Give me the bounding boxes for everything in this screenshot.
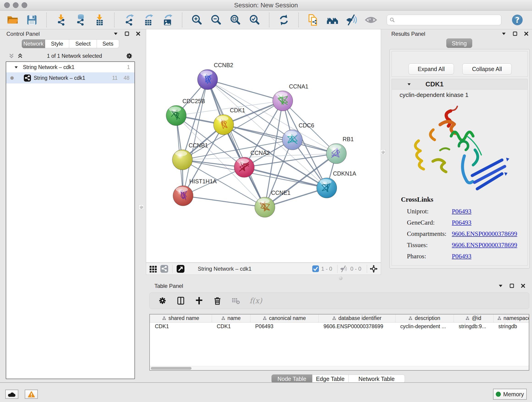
network-node-CCNA1[interactable]: CCNA1 [273, 83, 308, 111]
home-icon[interactable] [326, 13, 339, 27]
save-session-icon[interactable] [25, 13, 38, 27]
table-settings-gear-icon[interactable] [158, 296, 167, 305]
collapse-all-button[interactable]: Collapse All [462, 64, 512, 75]
table-splitter-handle[interactable] [339, 276, 342, 280]
delete-table-icon[interactable] [231, 296, 240, 305]
collection-count: 1 [127, 64, 130, 70]
network-node-CCNA2[interactable]: CCNA2 [234, 150, 270, 177]
birds-eye-view-icon[interactable] [369, 264, 378, 273]
crosslink-link[interactable]: 9606.ENSP00000378699 [452, 230, 517, 237]
help-button[interactable]: ? [511, 14, 523, 26]
zoom-selected-icon[interactable] [248, 13, 261, 27]
table-horizontal-scrollbar[interactable] [150, 366, 529, 370]
export-image-icon[interactable] [161, 13, 174, 27]
network-collection-row[interactable]: String Network – cdk1 1 [6, 62, 134, 72]
results-panel-close-icon[interactable] [524, 31, 529, 36]
node-label: CDC6 [298, 122, 314, 128]
control-panel-close-icon[interactable] [136, 31, 141, 36]
table-panel-menu-caret-icon[interactable] [498, 283, 503, 288]
control-panel-menu-caret-icon[interactable] [113, 31, 118, 36]
results-panel-float-icon[interactable] [513, 31, 518, 36]
right-splitter-handle[interactable] [380, 150, 385, 154]
open-session-icon[interactable] [6, 13, 19, 27]
add-column-icon[interactable] [195, 296, 204, 305]
delete-column-icon[interactable] [213, 296, 222, 305]
import-table-icon[interactable] [93, 13, 106, 27]
collection-caret-icon[interactable] [14, 65, 18, 70]
tab-style[interactable]: Style [45, 39, 69, 48]
memory-button[interactable]: Memory [493, 389, 527, 400]
control-panel-tabs: Network Style Select Sets [22, 39, 119, 48]
network-node-CDC25B[interactable]: CDC25B [166, 98, 205, 126]
tab-network-table[interactable]: Network Table [348, 375, 405, 383]
network-node-HIST1H1A[interactable]: HIST1H1A [173, 178, 217, 206]
hide-selected-icon[interactable] [345, 13, 358, 27]
expand-all-button[interactable]: Expand All [409, 64, 454, 75]
gene-section-header[interactable]: CDK1 [392, 79, 527, 89]
left-splitter-handle[interactable] [139, 205, 144, 210]
column-header-canonical-name[interactable]: canonical name [250, 314, 318, 322]
node-label: CCNB1 [189, 142, 208, 148]
tab-node-table[interactable]: Node Table [272, 375, 312, 383]
network-node-CCNE1[interactable]: CCNE1 [255, 190, 291, 217]
hidden-count: 0 - 0 [350, 266, 361, 272]
column-header-database-identifier[interactable]: database identifier [318, 314, 395, 322]
tab-network[interactable]: Network [22, 39, 45, 48]
cloud-button[interactable] [5, 390, 18, 399]
column-header--id[interactable]: @id [454, 314, 493, 322]
expand-all-networks-icon[interactable] [17, 53, 23, 59]
toggle-column-display-icon[interactable] [176, 296, 185, 305]
column-header-description[interactable]: description [395, 314, 454, 322]
selected-nodes-checkbox-icon[interactable] [312, 265, 319, 272]
refresh-icon[interactable] [277, 13, 291, 27]
tab-select[interactable]: Select [69, 39, 97, 48]
crosslink-row: Uniprot:P06493 [407, 206, 527, 217]
zoom-out-icon[interactable] [209, 13, 223, 27]
warnings-button[interactable] [25, 390, 38, 399]
column-header-namespace[interactable]: namespace [493, 314, 529, 322]
network-options-gear-icon[interactable] [126, 52, 133, 59]
network-svg: CCNB2CCNA1CDC25BCDK1CDC6RB1CCNB1CCNA2CDK… [146, 29, 381, 262]
zoom-in-icon[interactable] [190, 13, 203, 27]
export-table-icon[interactable] [142, 13, 155, 27]
results-panel-menu-caret-icon[interactable] [501, 31, 506, 36]
import-network-icon[interactable] [55, 13, 68, 27]
toolbar-icons [6, 13, 378, 27]
import-network-database-icon[interactable] [74, 13, 87, 27]
network-node-CDKN1A[interactable]: CDKN1A [317, 170, 356, 198]
open-view-in-window-icon[interactable] [176, 264, 185, 273]
search-input[interactable] [387, 15, 501, 25]
tab-string-results[interactable]: String [446, 38, 472, 48]
grid-view-icon[interactable] [149, 264, 158, 273]
control-panel-float-icon[interactable] [124, 31, 129, 36]
table-panel-float-icon[interactable] [509, 283, 514, 288]
table-panel-close-icon[interactable] [520, 283, 526, 288]
node-label: CDK1 [230, 107, 245, 114]
warning-icon [28, 391, 35, 397]
crosslink-link[interactable]: P06493 [452, 219, 472, 226]
network-node-RB1[interactable]: RB1 [326, 136, 354, 164]
crosslink-link[interactable]: P06493 [452, 253, 472, 260]
hidden-elements-icon[interactable] [339, 264, 348, 273]
show-graphics-details-icon[interactable] [364, 13, 378, 27]
gene-collapse-caret-icon[interactable] [407, 82, 411, 86]
string-view-icon[interactable] [160, 264, 169, 273]
window-title: Session: New Session [0, 0, 532, 11]
column-header-name[interactable]: name [212, 314, 250, 322]
network-canvas[interactable]: CCNB2CCNA1CDC25BCDK1CDC6RB1CCNB1CCNA2CDK… [146, 29, 381, 263]
clone-network-icon[interactable] [307, 13, 320, 27]
zoom-fit-icon[interactable] [229, 13, 242, 27]
tab-edge-table[interactable]: Edge Table [312, 375, 348, 383]
export-network-icon[interactable] [122, 13, 136, 27]
crosslink-row: Compartments:9606.ENSP00000378699 [407, 228, 527, 239]
tab-sets[interactable]: Sets [97, 39, 119, 48]
network-row-selected[interactable]: String Network – cdk1 11 48 [6, 72, 134, 83]
crosslink-link[interactable]: P06493 [452, 208, 472, 215]
scrollbar-thumb[interactable] [151, 367, 191, 370]
column-header-shared-name[interactable]: shared name [150, 314, 212, 322]
table-row[interactable]: CDK1CDK1P064939606.ENSP00000378699cyclin… [150, 322, 529, 331]
collapse-all-networks-icon[interactable] [8, 53, 14, 59]
network-node-CDC6[interactable]: CDC6 [282, 122, 314, 150]
crosslink-link[interactable]: 9606.ENSP00000378699 [452, 241, 517, 249]
function-builder-icon[interactable]: f(x) [249, 296, 262, 305]
